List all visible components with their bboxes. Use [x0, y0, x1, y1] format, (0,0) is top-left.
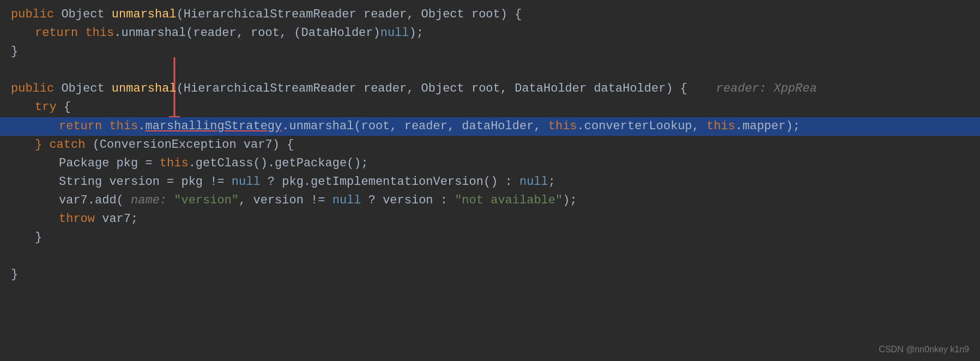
brace-catch-close: } [35, 228, 42, 247]
keyword-this-2: this [109, 117, 138, 136]
type-string: String [59, 173, 102, 191]
mapper-semi: .mapper); [735, 117, 800, 136]
semi-2: ; [548, 173, 555, 191]
version-assign: version = pkg != [102, 173, 232, 191]
brace-try: { [57, 98, 71, 117]
keyword-try: try [35, 98, 57, 117]
code-line-1: public Object unmarshal(HierarchicalStre… [0, 5, 980, 24]
string-version: "version" [174, 191, 239, 210]
null-3: null [519, 173, 548, 191]
keyword-public-2: public [11, 80, 61, 98]
null-4: null [332, 191, 361, 210]
type-package: Package [59, 154, 109, 173]
keyword-return-1: return [35, 24, 85, 43]
code-line-8: } catch (ConversionException var7) { [0, 136, 980, 154]
converter-lookup: .converterLookup, [577, 117, 707, 136]
keyword-this-4: this [706, 117, 735, 136]
code-line-14 [0, 247, 980, 266]
code-line-7: return this.marshallingStrategy.unmarsha… [0, 117, 980, 136]
ternary-2: ? version : [361, 191, 455, 210]
code-line-2: return this.unmarshal(reader, root, (Dat… [0, 24, 980, 43]
throw-var7: var7; [95, 210, 138, 228]
null-2: null [232, 173, 261, 191]
keyword-public-1: public [11, 5, 61, 24]
keyword-this-5: this [160, 154, 189, 173]
catch-params: (ConversionException var7) { [93, 136, 294, 154]
code-line-6: try { [0, 98, 980, 117]
ternary-1: ? pkg.getImplementationVersion() : [261, 173, 519, 191]
keyword-this-1: this [85, 24, 114, 43]
code-line-15: } [0, 266, 980, 284]
hint-reader: reader: XppRea [687, 80, 817, 98]
semi-1: ); [409, 24, 424, 43]
get-class: .getClass().getPackage(); [189, 154, 368, 173]
type-object-1: Object [61, 5, 111, 24]
code-line-11: var7.add( name: "version", version != nu… [0, 191, 980, 210]
semi-3: ); [562, 191, 577, 210]
code-line-12: throw var7; [0, 210, 980, 228]
code-line-4 [0, 61, 980, 80]
code-line-10: String version = pkg != null ? pkg.getIm… [0, 173, 980, 191]
code-editor: public Object unmarshal(HierarchicalStre… [0, 0, 980, 290]
field-marshalling-strategy: marshallingStrategy [145, 117, 282, 136]
method-unmarshal-2: unmarshal [112, 80, 177, 98]
code-line-5: public Object unmarshal(HierarchicalStre… [0, 80, 980, 98]
keyword-throw: throw [59, 210, 95, 228]
null-1: null [380, 24, 409, 43]
keyword-this-3: this [548, 117, 577, 136]
params-2: (HierarchicalStreamReader reader, Object… [177, 80, 687, 98]
hint-name: name: [124, 191, 174, 210]
keyword-return-2: return [59, 117, 109, 136]
type-object-2: Object [61, 80, 111, 98]
brace-close-2: } [11, 266, 18, 284]
pkg-assign: pkg = [109, 154, 159, 173]
branding-label: CSDN @nn0nkey k1n9 [879, 343, 969, 357]
method-unmarshal-1: unmarshal [112, 5, 177, 24]
code-line-3: } [0, 43, 980, 61]
params-1: (HierarchicalStreamReader reader, Object… [177, 5, 522, 24]
code-line-13: } [0, 228, 980, 247]
dot-1: . [138, 117, 145, 136]
version-ternary: , version != [239, 191, 332, 210]
string-not-available: "not available" [455, 191, 562, 210]
var7-add: var7.add( [59, 191, 124, 210]
call-unmarshal: .unmarshal(root, reader, dataHolder, [282, 117, 548, 136]
keyword-catch: } catch [35, 136, 93, 154]
brace-close-1: } [11, 43, 18, 61]
code-line-9: Package pkg = this.getClass().getPackage… [0, 154, 980, 173]
call-1: .unmarshal(reader, root, (DataHolder) [114, 24, 380, 43]
